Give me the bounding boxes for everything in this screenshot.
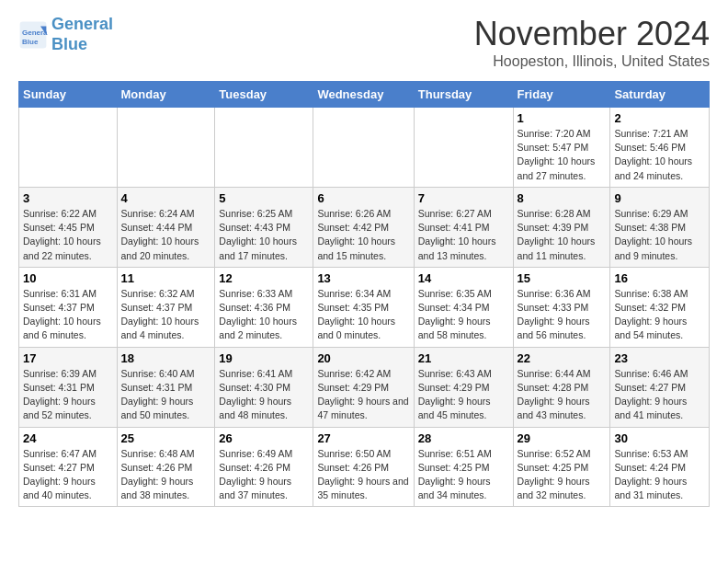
weekday-header-friday: Friday	[513, 82, 610, 108]
calendar-header-row: SundayMondayTuesdayWednesdayThursdayFrid…	[19, 82, 710, 108]
day-info: Sunrise: 6:36 AM Sunset: 4:33 PM Dayligh…	[518, 287, 607, 343]
day-info: Sunrise: 6:51 AM Sunset: 4:25 PM Dayligh…	[418, 447, 509, 503]
day-info: Sunrise: 6:29 AM Sunset: 4:38 PM Dayligh…	[614, 207, 705, 263]
calendar-week-3: 10Sunrise: 6:31 AM Sunset: 4:37 PM Dayli…	[19, 267, 710, 347]
day-info: Sunrise: 6:34 AM Sunset: 4:35 PM Dayligh…	[317, 287, 409, 343]
day-info: Sunrise: 6:28 AM Sunset: 4:39 PM Dayligh…	[518, 207, 607, 263]
day-number: 19	[219, 351, 309, 365]
day-info: Sunrise: 6:52 AM Sunset: 4:25 PM Dayligh…	[518, 447, 607, 503]
calendar-cell: 22Sunrise: 6:44 AM Sunset: 4:28 PM Dayli…	[513, 347, 610, 427]
calendar-cell: 11Sunrise: 6:32 AM Sunset: 4:37 PM Dayli…	[117, 267, 215, 347]
day-number: 1	[518, 111, 607, 125]
day-info: Sunrise: 6:24 AM Sunset: 4:44 PM Dayligh…	[121, 207, 211, 263]
day-number: 9	[614, 191, 705, 205]
calendar-cell: 12Sunrise: 6:33 AM Sunset: 4:36 PM Dayli…	[215, 267, 313, 347]
day-info: Sunrise: 6:27 AM Sunset: 4:41 PM Dayligh…	[418, 207, 509, 263]
svg-text:Blue: Blue	[22, 37, 39, 45]
calendar-cell: 26Sunrise: 6:49 AM Sunset: 4:26 PM Dayli…	[215, 427, 313, 507]
day-info: Sunrise: 6:48 AM Sunset: 4:26 PM Dayligh…	[121, 447, 211, 503]
day-number: 25	[121, 431, 211, 445]
calendar-table: SundayMondayTuesdayWednesdayThursdayFrid…	[18, 81, 710, 507]
day-info: Sunrise: 6:47 AM Sunset: 4:27 PM Dayligh…	[23, 447, 113, 503]
day-number: 28	[418, 431, 509, 445]
day-info: Sunrise: 7:20 AM Sunset: 5:47 PM Dayligh…	[518, 127, 607, 183]
calendar-cell: 29Sunrise: 6:52 AM Sunset: 4:25 PM Dayli…	[513, 427, 610, 507]
weekday-header-sunday: Sunday	[19, 82, 118, 108]
calendar-cell: 28Sunrise: 6:51 AM Sunset: 4:25 PM Dayli…	[414, 427, 513, 507]
day-info: Sunrise: 6:49 AM Sunset: 4:26 PM Dayligh…	[219, 447, 309, 503]
calendar-cell: 5Sunrise: 6:25 AM Sunset: 4:43 PM Daylig…	[215, 187, 313, 267]
day-number: 30	[614, 431, 705, 445]
calendar-cell: 19Sunrise: 6:41 AM Sunset: 4:30 PM Dayli…	[215, 347, 313, 427]
day-info: Sunrise: 6:50 AM Sunset: 4:26 PM Dayligh…	[317, 447, 409, 503]
calendar-cell: 13Sunrise: 6:34 AM Sunset: 4:35 PM Dayli…	[313, 267, 414, 347]
day-info: Sunrise: 6:35 AM Sunset: 4:34 PM Dayligh…	[418, 287, 509, 343]
day-number: 6	[317, 191, 409, 205]
calendar-week-2: 3Sunrise: 6:22 AM Sunset: 4:45 PM Daylig…	[19, 187, 710, 267]
calendar-cell: 21Sunrise: 6:43 AM Sunset: 4:29 PM Dayli…	[414, 347, 513, 427]
day-number: 10	[23, 271, 113, 285]
calendar-cell: 17Sunrise: 6:39 AM Sunset: 4:31 PM Dayli…	[19, 347, 118, 427]
day-info: Sunrise: 7:21 AM Sunset: 5:46 PM Dayligh…	[614, 127, 705, 183]
day-number: 2	[614, 111, 705, 125]
day-info: Sunrise: 6:43 AM Sunset: 4:29 PM Dayligh…	[418, 367, 509, 423]
day-info: Sunrise: 6:22 AM Sunset: 4:45 PM Dayligh…	[23, 207, 113, 263]
month-title: November 2024	[474, 15, 710, 53]
day-info: Sunrise: 6:41 AM Sunset: 4:30 PM Dayligh…	[219, 367, 309, 423]
title-section: November 2024 Hoopeston, Illinois, Unite…	[474, 15, 710, 70]
day-info: Sunrise: 6:25 AM Sunset: 4:43 PM Dayligh…	[219, 207, 309, 263]
calendar-cell: 10Sunrise: 6:31 AM Sunset: 4:37 PM Dayli…	[19, 267, 118, 347]
day-number: 29	[518, 431, 607, 445]
day-info: Sunrise: 6:39 AM Sunset: 4:31 PM Dayligh…	[23, 367, 113, 423]
calendar-cell: 6Sunrise: 6:26 AM Sunset: 4:42 PM Daylig…	[313, 187, 414, 267]
calendar-cell: 14Sunrise: 6:35 AM Sunset: 4:34 PM Dayli…	[414, 267, 513, 347]
day-number: 3	[23, 191, 113, 205]
day-info: Sunrise: 6:46 AM Sunset: 4:27 PM Dayligh…	[614, 367, 705, 423]
day-info: Sunrise: 6:38 AM Sunset: 4:32 PM Dayligh…	[614, 287, 705, 343]
weekday-header-thursday: Thursday	[414, 82, 513, 108]
weekday-header-tuesday: Tuesday	[215, 82, 313, 108]
calendar-cell: 9Sunrise: 6:29 AM Sunset: 4:38 PM Daylig…	[610, 187, 710, 267]
day-number: 23	[614, 351, 705, 365]
calendar-cell: 23Sunrise: 6:46 AM Sunset: 4:27 PM Dayli…	[610, 347, 710, 427]
calendar-cell: 27Sunrise: 6:50 AM Sunset: 4:26 PM Dayli…	[313, 427, 414, 507]
page-container: General Blue General Blue November 2024 …	[0, 0, 728, 522]
day-number: 8	[518, 191, 607, 205]
day-info: Sunrise: 6:40 AM Sunset: 4:31 PM Dayligh…	[121, 367, 211, 423]
day-info: Sunrise: 6:32 AM Sunset: 4:37 PM Dayligh…	[121, 287, 211, 343]
calendar-cell: 18Sunrise: 6:40 AM Sunset: 4:31 PM Dayli…	[117, 347, 215, 427]
day-number: 24	[23, 431, 113, 445]
location: Hoopeston, Illinois, United States	[474, 53, 710, 70]
day-info: Sunrise: 6:44 AM Sunset: 4:28 PM Dayligh…	[518, 367, 607, 423]
calendar-cell: 8Sunrise: 6:28 AM Sunset: 4:39 PM Daylig…	[513, 187, 610, 267]
calendar-cell: 3Sunrise: 6:22 AM Sunset: 4:45 PM Daylig…	[19, 187, 118, 267]
day-number: 14	[418, 271, 509, 285]
calendar-cell: 24Sunrise: 6:47 AM Sunset: 4:27 PM Dayli…	[19, 427, 118, 507]
calendar-cell: 1Sunrise: 7:20 AM Sunset: 5:47 PM Daylig…	[513, 108, 610, 188]
day-number: 16	[614, 271, 705, 285]
logo-icon: General Blue	[18, 20, 48, 50]
day-number: 17	[23, 351, 113, 365]
day-number: 11	[121, 271, 211, 285]
logo-text: General Blue	[51, 15, 113, 54]
day-info: Sunrise: 6:53 AM Sunset: 4:24 PM Dayligh…	[614, 447, 705, 503]
day-number: 20	[317, 351, 409, 365]
day-number: 27	[317, 431, 409, 445]
day-number: 21	[418, 351, 509, 365]
day-number: 26	[219, 431, 309, 445]
calendar-cell: 30Sunrise: 6:53 AM Sunset: 4:24 PM Dayli…	[610, 427, 710, 507]
page-header: General Blue General Blue November 2024 …	[18, 15, 710, 70]
calendar-cell: 20Sunrise: 6:42 AM Sunset: 4:29 PM Dayli…	[313, 347, 414, 427]
calendar-cell: 7Sunrise: 6:27 AM Sunset: 4:41 PM Daylig…	[414, 187, 513, 267]
day-info: Sunrise: 6:31 AM Sunset: 4:37 PM Dayligh…	[23, 287, 113, 343]
calendar-cell: 25Sunrise: 6:48 AM Sunset: 4:26 PM Dayli…	[117, 427, 215, 507]
day-number: 4	[121, 191, 211, 205]
weekday-header-wednesday: Wednesday	[313, 82, 414, 108]
calendar-week-5: 24Sunrise: 6:47 AM Sunset: 4:27 PM Dayli…	[19, 427, 710, 507]
calendar-cell: 4Sunrise: 6:24 AM Sunset: 4:44 PM Daylig…	[117, 187, 215, 267]
day-number: 7	[418, 191, 509, 205]
calendar-cell: 2Sunrise: 7:21 AM Sunset: 5:46 PM Daylig…	[610, 108, 710, 188]
calendar-cell	[19, 108, 118, 188]
day-number: 22	[518, 351, 607, 365]
calendar-week-1: 1Sunrise: 7:20 AM Sunset: 5:47 PM Daylig…	[19, 108, 710, 188]
